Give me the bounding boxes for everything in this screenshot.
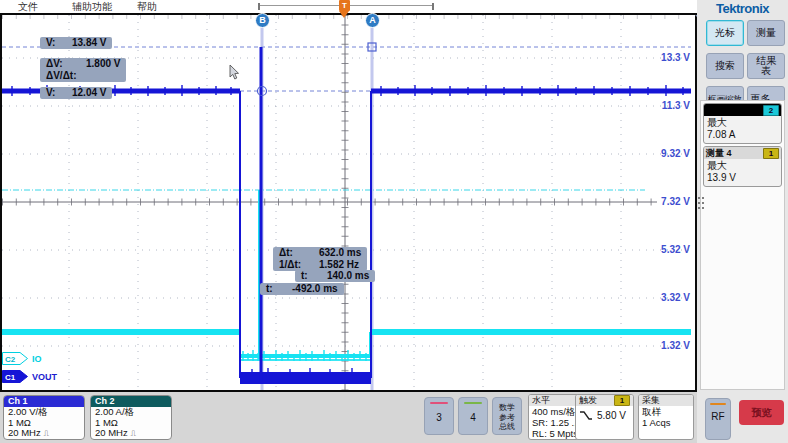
cursor-a-handle[interactable]: A [365, 13, 380, 28]
cursor-readout-dt: Δt:632.0 ms 1/Δt:1.582 Hz [273, 247, 367, 271]
scale-label: 13.3 V [640, 52, 690, 64]
scale-label: 1.32 V [640, 340, 690, 352]
menu-file[interactable]: 文件 [18, 0, 38, 13]
results-strip: 2 最大 7.08 A 测量 4 1 最大 13.9 V [700, 100, 785, 390]
bandwidth-limit-icon: ⎍ [130, 429, 136, 438]
trigger-position-arrow-icon [339, 11, 349, 18]
channel-2-badge[interactable]: Ch 2 2.00 A/格 1 MΩ 20 MHz ⎍ [90, 395, 172, 440]
scale-label: 7.32 V [640, 196, 690, 208]
svg-text:C2: C2 [5, 355, 16, 364]
svg-text:C1: C1 [5, 373, 16, 382]
falling-edge-icon [579, 410, 593, 421]
trigger-position-marker[interactable]: T [339, 0, 350, 11]
math-ref-bus-button[interactable]: 数学 参考 总线 [492, 397, 522, 435]
measurement-panel-selected[interactable]: 2 最大 7.08 A [703, 103, 782, 144]
measurement-stat-name: 最大 [707, 117, 778, 129]
cursor-readout-t-b: t:-492.0 ms [260, 283, 344, 295]
trigger-source-badge: 1 [614, 395, 630, 406]
source-badge-ch2: 2 [763, 105, 779, 116]
sidebar-button-measure[interactable]: 测量 [747, 20, 785, 46]
channel-1-label: VOUT [32, 372, 57, 382]
waveform-display[interactable]: B A V:13.84 V ΔV:1.800 V ΔV/Δt: V:12.04 … [0, 13, 697, 392]
channel-1-badge[interactable]: Ch 1 2.00 V/格 1 MΩ 20 MHz ⎍ [3, 395, 85, 440]
acquisition-panel[interactable]: 采集 取样 1 Acqs [638, 394, 694, 440]
channel-2-label: IO [32, 354, 42, 364]
channel-4-color-bar [464, 402, 482, 404]
measurement-value: 13.9 V [707, 172, 778, 184]
preview-button[interactable]: 预览 [739, 400, 784, 425]
cursor-readout-v-mid: V:12.04 V [40, 87, 112, 99]
channel-4-button[interactable]: 4 [458, 397, 488, 435]
menu-utility[interactable]: 辅助功能 [72, 0, 112, 13]
sidebar-button-cursors[interactable]: 光标 [706, 20, 744, 46]
cursor-readout-dv: ΔV:1.800 V ΔV/Δt: [40, 58, 126, 82]
sidebar-button-search[interactable]: 搜索 [706, 53, 744, 79]
menu-help[interactable]: 帮助 [137, 0, 157, 13]
channel-3-button[interactable]: 3 [424, 397, 454, 435]
trigger-panel[interactable]: 触发 1 5.80 V [575, 394, 634, 440]
scale-label: 3.32 V [640, 292, 690, 304]
cursor-b-handle[interactable]: B [255, 13, 270, 28]
channel-3-color-bar [430, 402, 448, 404]
rf-color-bar [710, 403, 726, 405]
scale-label: 9.32 V [640, 148, 690, 160]
bottom-settings-bar: Ch 1 2.00 V/格 1 MΩ 20 MHz ⎍ Ch 2 2.00 A/… [0, 392, 697, 443]
right-sidebar: Tektronix 光标 测量 搜索 结果表 框画缩放 更多 ... 2 最大 … [697, 0, 788, 443]
measurement-stat-name: 最大 [707, 160, 778, 172]
rf-button[interactable]: RF [705, 398, 731, 440]
cursor-readout-t-a: t:140.0 ms [295, 270, 375, 282]
panel-drag-handle[interactable] [697, 197, 705, 221]
cursor-readout-v-top: V:13.84 V [40, 37, 112, 49]
scale-label: 5.32 V [640, 244, 690, 256]
measurement-value: 7.08 A [707, 129, 778, 141]
sidebar-button-results-table[interactable]: 结果表 [747, 53, 785, 79]
source-badge-ch1: 1 [763, 148, 779, 159]
tektronix-logo: Tektronix [697, 1, 788, 16]
bandwidth-limit-icon: ⎍ [43, 429, 49, 438]
measurement-panel-4[interactable]: 测量 4 1 最大 13.9 V [703, 146, 782, 187]
scale-label: 11.3 V [640, 100, 690, 112]
